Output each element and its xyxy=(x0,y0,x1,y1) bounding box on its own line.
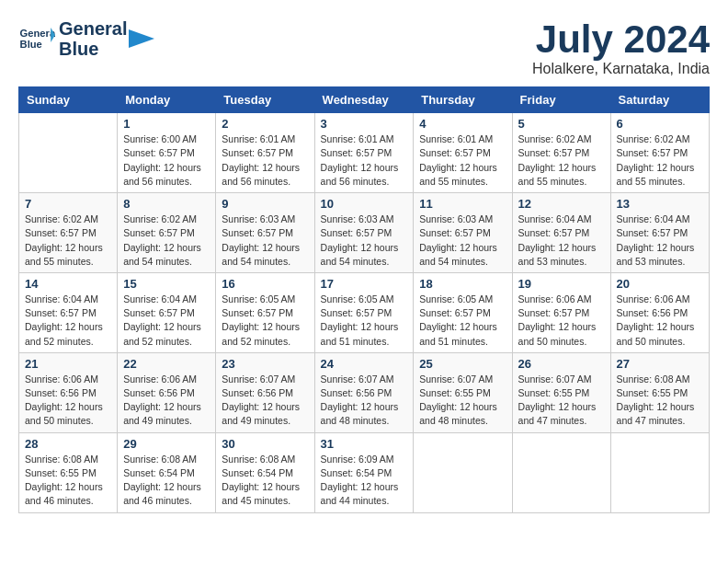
day-info: Sunrise: 6:04 AM Sunset: 6:57 PM Dayligh… xyxy=(518,213,605,269)
calendar-cell: 24Sunrise: 6:07 AM Sunset: 6:56 PM Dayli… xyxy=(314,352,414,432)
day-info: Sunrise: 6:07 AM Sunset: 6:55 PM Dayligh… xyxy=(518,373,605,429)
calendar-cell: 23Sunrise: 6:07 AM Sunset: 6:56 PM Dayli… xyxy=(216,352,314,432)
calendar-cell: 27Sunrise: 6:08 AM Sunset: 6:55 PM Dayli… xyxy=(610,352,709,432)
calendar-cell: 22Sunrise: 6:06 AM Sunset: 6:56 PM Dayli… xyxy=(118,352,216,432)
day-number: 23 xyxy=(222,357,308,371)
day-info: Sunrise: 6:08 AM Sunset: 6:54 PM Dayligh… xyxy=(123,453,210,509)
calendar-cell: 3Sunrise: 6:01 AM Sunset: 6:57 PM Daylig… xyxy=(314,113,414,193)
day-info: Sunrise: 6:05 AM Sunset: 6:57 PM Dayligh… xyxy=(419,293,506,349)
day-header-monday: Monday xyxy=(118,87,216,113)
day-number: 7 xyxy=(25,197,111,211)
day-number: 8 xyxy=(123,197,210,211)
day-header-saturday: Saturday xyxy=(610,87,709,113)
day-number: 2 xyxy=(222,117,308,131)
day-number: 4 xyxy=(419,117,506,131)
day-info: Sunrise: 6:02 AM Sunset: 6:57 PM Dayligh… xyxy=(518,132,605,189)
calendar-cell: 12Sunrise: 6:04 AM Sunset: 6:57 PM Dayli… xyxy=(512,193,610,273)
day-info: Sunrise: 6:08 AM Sunset: 6:54 PM Dayligh… xyxy=(222,453,308,509)
calendar-cell: 21Sunrise: 6:06 AM Sunset: 6:56 PM Dayli… xyxy=(19,352,118,432)
day-info: Sunrise: 6:02 AM Sunset: 6:57 PM Dayligh… xyxy=(123,213,210,269)
day-number: 27 xyxy=(617,357,703,371)
day-header-tuesday: Tuesday xyxy=(216,87,314,113)
svg-text:Blue: Blue xyxy=(20,39,42,50)
day-info: Sunrise: 6:03 AM Sunset: 6:57 PM Dayligh… xyxy=(419,213,506,269)
day-info: Sunrise: 6:03 AM Sunset: 6:57 PM Dayligh… xyxy=(321,213,408,269)
day-number: 12 xyxy=(518,197,605,211)
day-info: Sunrise: 6:01 AM Sunset: 6:57 PM Dayligh… xyxy=(419,132,506,189)
day-number: 16 xyxy=(222,277,308,291)
calendar-cell: 18Sunrise: 6:05 AM Sunset: 6:57 PM Dayli… xyxy=(414,272,512,352)
calendar-cell: 4Sunrise: 6:01 AM Sunset: 6:57 PM Daylig… xyxy=(414,113,512,193)
day-info: Sunrise: 6:01 AM Sunset: 6:57 PM Dayligh… xyxy=(321,132,408,189)
day-number: 20 xyxy=(617,277,703,291)
calendar-cell: 11Sunrise: 6:03 AM Sunset: 6:57 PM Dayli… xyxy=(414,193,512,273)
calendar-cell: 14Sunrise: 6:04 AM Sunset: 6:57 PM Dayli… xyxy=(19,272,118,352)
day-number: 5 xyxy=(518,117,605,131)
logo-line2: Blue xyxy=(59,39,127,59)
day-number: 25 xyxy=(419,357,506,371)
logo: General Blue General Blue xyxy=(18,18,154,59)
logo-arrow-icon xyxy=(129,26,154,52)
day-header-thursday: Thursday xyxy=(414,87,512,113)
calendar-week-3: 14Sunrise: 6:04 AM Sunset: 6:57 PM Dayli… xyxy=(19,272,710,352)
day-info: Sunrise: 6:08 AM Sunset: 6:55 PM Dayligh… xyxy=(617,373,703,429)
day-info: Sunrise: 6:02 AM Sunset: 6:57 PM Dayligh… xyxy=(617,132,703,189)
calendar-cell: 2Sunrise: 6:01 AM Sunset: 6:57 PM Daylig… xyxy=(216,113,314,193)
day-info: Sunrise: 6:06 AM Sunset: 6:56 PM Dayligh… xyxy=(123,373,210,429)
day-info: Sunrise: 6:00 AM Sunset: 6:57 PM Dayligh… xyxy=(123,132,210,189)
day-number: 14 xyxy=(25,277,111,291)
calendar-cell: 1Sunrise: 6:00 AM Sunset: 6:57 PM Daylig… xyxy=(118,113,216,193)
day-info: Sunrise: 6:01 AM Sunset: 6:57 PM Dayligh… xyxy=(222,132,308,189)
day-info: Sunrise: 6:07 AM Sunset: 6:56 PM Dayligh… xyxy=(222,373,308,429)
day-number: 30 xyxy=(222,437,308,451)
day-number: 3 xyxy=(321,117,408,131)
svg-text:General: General xyxy=(20,28,55,39)
calendar-cell: 28Sunrise: 6:08 AM Sunset: 6:55 PM Dayli… xyxy=(19,432,118,512)
day-header-friday: Friday xyxy=(512,87,610,113)
day-number: 1 xyxy=(123,117,210,131)
calendar-week-2: 7Sunrise: 6:02 AM Sunset: 6:57 PM Daylig… xyxy=(19,193,710,273)
day-info: Sunrise: 6:06 AM Sunset: 6:56 PM Dayligh… xyxy=(617,293,703,349)
calendar-cell: 5Sunrise: 6:02 AM Sunset: 6:57 PM Daylig… xyxy=(512,113,610,193)
day-number: 17 xyxy=(321,277,408,291)
day-number: 18 xyxy=(419,277,506,291)
calendar-header-row: SundayMondayTuesdayWednesdayThursdayFrid… xyxy=(19,87,710,113)
calendar-cell xyxy=(512,432,610,512)
calendar-cell: 6Sunrise: 6:02 AM Sunset: 6:57 PM Daylig… xyxy=(610,113,709,193)
day-info: Sunrise: 6:06 AM Sunset: 6:56 PM Dayligh… xyxy=(25,373,111,429)
day-info: Sunrise: 6:03 AM Sunset: 6:57 PM Dayligh… xyxy=(222,213,308,269)
day-number: 29 xyxy=(123,437,210,451)
day-number: 11 xyxy=(419,197,506,211)
calendar-cell xyxy=(414,432,512,512)
logo-icon: General Blue xyxy=(18,20,55,57)
calendar-cell: 15Sunrise: 6:04 AM Sunset: 6:57 PM Dayli… xyxy=(118,272,216,352)
day-number: 31 xyxy=(321,437,408,451)
day-number: 9 xyxy=(222,197,308,211)
calendar-week-4: 21Sunrise: 6:06 AM Sunset: 6:56 PM Dayli… xyxy=(19,352,710,432)
calendar-cell: 10Sunrise: 6:03 AM Sunset: 6:57 PM Dayli… xyxy=(314,193,414,273)
calendar-cell: 26Sunrise: 6:07 AM Sunset: 6:55 PM Dayli… xyxy=(512,352,610,432)
calendar-cell: 8Sunrise: 6:02 AM Sunset: 6:57 PM Daylig… xyxy=(118,193,216,273)
location: Holalkere, Karnataka, India xyxy=(532,61,710,77)
calendar-week-1: 1Sunrise: 6:00 AM Sunset: 6:57 PM Daylig… xyxy=(19,113,710,193)
day-info: Sunrise: 6:09 AM Sunset: 6:54 PM Dayligh… xyxy=(321,453,408,509)
calendar-cell: 29Sunrise: 6:08 AM Sunset: 6:54 PM Dayli… xyxy=(118,432,216,512)
day-number: 22 xyxy=(123,357,210,371)
calendar-cell: 17Sunrise: 6:05 AM Sunset: 6:57 PM Dayli… xyxy=(314,272,414,352)
calendar-cell: 9Sunrise: 6:03 AM Sunset: 6:57 PM Daylig… xyxy=(216,193,314,273)
day-header-sunday: Sunday xyxy=(19,87,118,113)
page-header: General Blue General Blue July 2024 Hola… xyxy=(18,18,710,77)
day-info: Sunrise: 6:05 AM Sunset: 6:57 PM Dayligh… xyxy=(321,293,408,349)
day-info: Sunrise: 6:08 AM Sunset: 6:55 PM Dayligh… xyxy=(25,453,111,509)
day-info: Sunrise: 6:02 AM Sunset: 6:57 PM Dayligh… xyxy=(25,213,111,269)
day-info: Sunrise: 6:04 AM Sunset: 6:57 PM Dayligh… xyxy=(617,213,703,269)
day-info: Sunrise: 6:06 AM Sunset: 6:57 PM Dayligh… xyxy=(518,293,605,349)
svg-marker-3 xyxy=(129,29,154,48)
month-title: July 2024 xyxy=(532,18,710,61)
day-number: 10 xyxy=(321,197,408,211)
day-number: 28 xyxy=(25,437,111,451)
day-info: Sunrise: 6:07 AM Sunset: 6:56 PM Dayligh… xyxy=(321,373,408,429)
logo-line1: General xyxy=(59,18,127,39)
calendar-cell: 13Sunrise: 6:04 AM Sunset: 6:57 PM Dayli… xyxy=(610,193,709,273)
calendar-cell: 19Sunrise: 6:06 AM Sunset: 6:57 PM Dayli… xyxy=(512,272,610,352)
